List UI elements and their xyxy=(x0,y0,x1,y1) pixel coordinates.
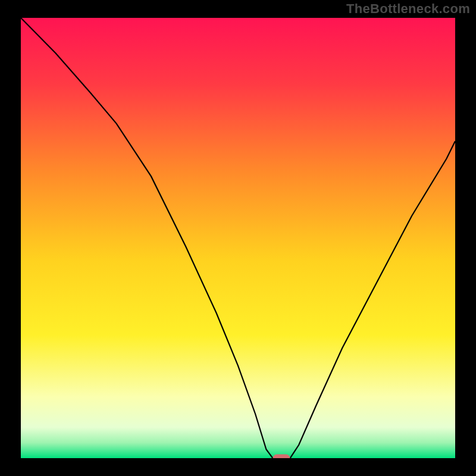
chart-frame: TheBottleneck.com xyxy=(0,0,476,476)
plot-area xyxy=(21,18,455,458)
gradient-background xyxy=(21,18,455,458)
watermark-text: TheBottleneck.com xyxy=(346,1,470,17)
bottleneck-chart xyxy=(21,18,455,458)
optimal-marker xyxy=(273,455,290,458)
